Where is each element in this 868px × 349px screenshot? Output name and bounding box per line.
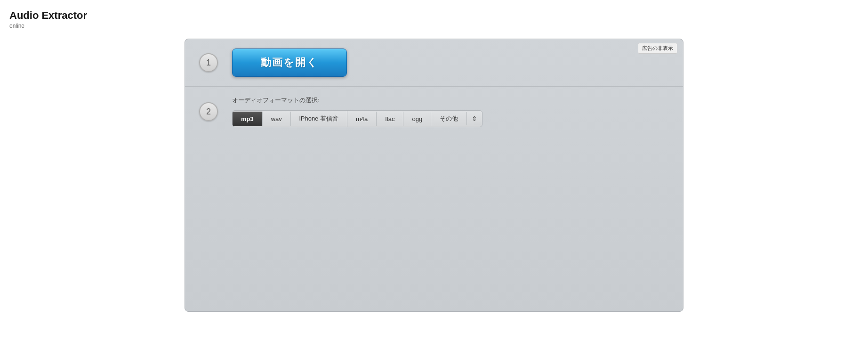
step-2-section: 2 オーディオフォーマットの選択: mp3 wav iPhone 着信音 m4a… <box>185 87 683 137</box>
format-section: オーディオフォーマットの選択: mp3 wav iPhone 着信音 m4a f… <box>232 96 482 127</box>
format-tab-iphone[interactable]: iPhone 着信音 <box>291 111 347 127</box>
format-dropdown-arrow[interactable]: ⇕ <box>466 112 482 125</box>
format-tab-ogg[interactable]: ogg <box>403 112 431 126</box>
format-tab-wav[interactable]: wav <box>263 112 291 126</box>
step-2-circle: 2 <box>199 102 218 121</box>
format-tab-other[interactable]: その他 <box>431 111 466 127</box>
app-subtitle: online <box>9 23 859 29</box>
ad-hide-button[interactable]: 広告の非表示 <box>638 43 677 54</box>
main-content: 広告の非表示 1 動画を開く 2 オーディオフォーマットの選択: mp3 wav… <box>0 34 868 312</box>
format-tab-flac[interactable]: flac <box>377 112 403 126</box>
format-label: オーディオフォーマットの選択: <box>232 96 482 105</box>
format-tab-m4a[interactable]: m4a <box>347 112 377 126</box>
app-panel: 広告の非表示 1 動画を開く 2 オーディオフォーマットの選択: mp3 wav… <box>185 39 683 312</box>
format-tabs: mp3 wav iPhone 着信音 m4a flac ogg その他 ⇕ <box>232 110 482 127</box>
step-1-section: 1 動画を開く <box>185 39 683 87</box>
open-video-button[interactable]: 動画を開く <box>232 49 347 77</box>
app-title: Audio Extractor <box>9 9 859 22</box>
app-header: Audio Extractor online <box>0 0 868 34</box>
format-tab-mp3[interactable]: mp3 <box>233 112 263 126</box>
step-1-circle: 1 <box>199 53 218 72</box>
